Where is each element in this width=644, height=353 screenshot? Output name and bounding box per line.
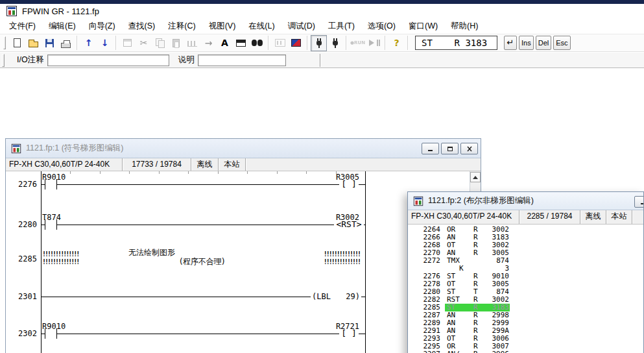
paste-button[interactable]: [168, 35, 184, 51]
bool-row-2291[interactable]: 2291ANR299A: [408, 327, 643, 335]
scroll-up-arrow-icon[interactable]: [470, 172, 481, 182]
boolean-window-titlebar[interactable]: 1121.fp:2 (布尔非梯形图编辑): [408, 192, 643, 210]
bool-row-2282[interactable]: 2282RSTR3002: [408, 296, 643, 304]
program-download-button[interactable]: ↓: [97, 35, 113, 51]
window-insert-icon: [123, 39, 132, 47]
bool-row-2272[interactable]: 2272TMX874: [408, 257, 643, 265]
iobar-endcap: [320, 54, 321, 67]
online-mode-button[interactable]: [311, 35, 327, 51]
close-button[interactable]: [460, 143, 478, 154]
copy-pages-icon: [155, 38, 165, 47]
ins-key-button[interactable]: Ins: [519, 36, 534, 50]
ladder-rung-2301[interactable]: 2301(LBL29): [18, 292, 365, 301]
bool-row-2276[interactable]: 2276STR9010: [408, 273, 643, 280]
menu-item-4[interactable]: 注释(C): [161, 19, 202, 34]
ladder-rung-2302[interactable]: 2302R9010[ ]R2721: [18, 322, 365, 339]
bool-row-2264[interactable]: 2264ORR3002: [408, 226, 643, 234]
menu-item-11[interactable]: 帮助(H): [444, 19, 484, 34]
ladder-edit-button[interactable]: [184, 35, 200, 51]
bool-row-k5[interactable]: K3: [408, 265, 643, 273]
new-file-button[interactable]: [9, 35, 25, 51]
bool-row-2266[interactable]: 2266ANR3183: [408, 234, 643, 241]
rung-number: 2302: [18, 329, 37, 338]
menu-item-5[interactable]: 视图(V): [202, 19, 243, 34]
menu-item-2[interactable]: 向导(Z): [82, 19, 122, 34]
bool-row-2289[interactable]: 2289ANR2999: [408, 319, 643, 327]
restore-button[interactable]: [441, 143, 459, 154]
station-cell: 本站: [219, 158, 246, 171]
bool-row-2270[interactable]: 2270ANR3005: [408, 249, 643, 257]
program-upload-button[interactable]: ↑: [80, 35, 97, 51]
ladder-rung-2276[interactable]: 2276R9010[ ]R3005: [18, 173, 365, 189]
bool-row-2295[interactable]: 2295ORR3007: [408, 343, 643, 350]
text-input-button[interactable]: A: [217, 35, 233, 51]
menu-item-1[interactable]: 编辑(E): [42, 19, 82, 34]
menu-item-3[interactable]: 查找(S): [122, 19, 162, 34]
bool-row-2280[interactable]: 2280STT874: [408, 288, 643, 296]
ladder-window-title: 1121.fp:1 (符号梯形图编辑): [26, 143, 124, 154]
io-description-input[interactable]: [198, 55, 286, 66]
menu-item-6[interactable]: 在线(L): [242, 19, 281, 34]
run-mode-button[interactable]: ●RUN: [350, 35, 366, 51]
copy-button[interactable]: [152, 35, 168, 51]
block-icon: [236, 40, 246, 47]
block-select-button[interactable]: [233, 35, 249, 51]
ladder-rung-2280[interactable]: 2280T874<RST>R3002: [18, 213, 365, 230]
opcode: K: [459, 265, 464, 273]
minimize-button[interactable]: [422, 143, 439, 154]
bool-row-2293[interactable]: 2293OTR3006: [408, 335, 643, 343]
ladder-rung-2285[interactable]: 2285!!!!!!!!!!!!!!!!!!!!!!!!!!!!!!!!!!!!…: [18, 248, 360, 266]
find-button[interactable]: [249, 35, 265, 51]
clipboard-paste-icon: [173, 39, 180, 47]
instruction-display[interactable]: ST R 3183: [415, 36, 497, 50]
toolbar-separator: [346, 36, 347, 50]
step-counter-cell: 2285 / 19784: [519, 210, 580, 224]
menu-item-9[interactable]: 选项(O): [361, 19, 402, 34]
fpwin-app-icon: [6, 6, 17, 16]
print-button[interactable]: [58, 35, 74, 51]
bool-row-2285[interactable]: 2285STR3183: [408, 304, 643, 311]
boolean-window-icon: [414, 196, 423, 205]
bool-row-2278[interactable]: 2278OTR3005: [408, 280, 643, 288]
plc-type-cell: FP-XH C30,40,60T/P 24-40K: [408, 210, 519, 224]
text-a-icon: A: [221, 38, 228, 47]
save-file-button[interactable]: [42, 35, 58, 51]
mdi-client-area: 1121.fp:1 (符号梯形图编辑) FP-XH C30,40,60T/P 2…: [0, 68, 644, 353]
io-comment-input[interactable]: [47, 55, 169, 66]
main-titlebar[interactable]: FPWIN GR - 1121.fp: [0, 4, 644, 18]
minimize-button[interactable]: [634, 196, 644, 208]
help-button[interactable]: ?: [388, 35, 405, 51]
boolean-instruction-list[interactable]: 2264ORR30022266ANR31832268OTR30022270ANR…: [408, 225, 643, 353]
bool-row-2287[interactable]: 2287ANR2998: [408, 311, 643, 319]
bool-row-2297[interactable]: 2297AN/R2996: [408, 350, 643, 353]
error-marks-right: !!!!!!!!!!!!!!: [324, 250, 360, 258]
menu-item-10[interactable]: 窗口(W): [402, 19, 444, 34]
ladder-monitor-button[interactable]: [272, 35, 288, 51]
insert-window-button[interactable]: [119, 35, 136, 51]
menu-item-0[interactable]: 文件(F): [3, 19, 42, 34]
online-plug-icon: [315, 38, 323, 48]
open-file-button[interactable]: [25, 35, 42, 51]
ladder-window-titlebar[interactable]: 1121.fp:1 (符号梯形图编辑): [6, 139, 481, 158]
toolbar-separator: [115, 36, 117, 50]
rung-number: 2276: [18, 180, 37, 189]
status-monitor-button[interactable]: [288, 35, 304, 51]
toolbar-grip[interactable]: [3, 36, 6, 49]
io-comment-bar: I/O注释 说明: [0, 53, 644, 68]
enter-key-button[interactable]: ↵: [504, 36, 517, 50]
bool-row-2268[interactable]: 2268OTR3002: [408, 241, 643, 249]
menu-item-7[interactable]: 调试(D): [281, 19, 322, 34]
esc-key-button[interactable]: Esc: [553, 36, 570, 50]
binoculars-icon: [252, 40, 263, 46]
printer-icon: [61, 43, 71, 48]
cut-button[interactable]: ✂: [136, 35, 152, 51]
offline-mode-button[interactable]: [327, 35, 343, 51]
del-key-button[interactable]: Del: [536, 36, 552, 50]
io-comment-label: I/O注释: [17, 55, 44, 66]
menu-item-8[interactable]: 工具(T): [322, 19, 361, 34]
play-pause-icon: [369, 39, 379, 47]
jump-button[interactable]: →: [200, 35, 217, 51]
iobar-grip[interactable]: [2, 54, 5, 67]
step-counter-cell: 17733 / 19784: [123, 158, 191, 171]
run-pause-button[interactable]: [366, 35, 382, 51]
